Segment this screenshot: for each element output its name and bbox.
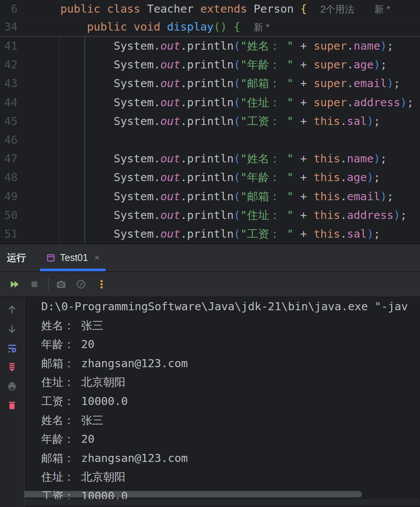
line-number: 44 bbox=[0, 93, 18, 112]
code-text: System.out.println("姓名： " + this.name); bbox=[60, 149, 387, 168]
tab-test01[interactable]: Test01 × bbox=[40, 244, 106, 271]
line-number: 41 bbox=[0, 37, 18, 55]
console-line: 住址： 北京朝阳 bbox=[41, 468, 420, 487]
gauge-icon bbox=[76, 279, 86, 289]
code-text: System.out.println("年龄： " + super.age); bbox=[60, 55, 387, 74]
stop-button[interactable] bbox=[29, 279, 40, 290]
tab-close-icon[interactable]: × bbox=[94, 252, 100, 263]
code-line: 50 System.out.println("住址： " + this.addr… bbox=[0, 206, 420, 225]
profiler-button[interactable] bbox=[76, 279, 86, 290]
print-button[interactable] bbox=[6, 381, 18, 392]
console-line: 姓名： 张三 bbox=[41, 411, 420, 430]
line-number: 51 bbox=[0, 225, 18, 243]
arrow-up-icon bbox=[6, 304, 18, 315]
sticky-lines-panel: 6public class Teacher extends Person { 2… bbox=[0, 0, 420, 37]
code-line: 51 System.out.println("工资： " + this.sal)… bbox=[0, 225, 420, 243]
bottom-edge bbox=[0, 499, 420, 505]
console-line: 姓名： 张三 bbox=[41, 316, 420, 335]
line-number: 49 bbox=[0, 187, 18, 206]
console-panel: D:\0-ProgrammingSoftware\Java\jdk-21\bin… bbox=[0, 297, 420, 507]
code-text: System.out.println("住址： " + this.address… bbox=[60, 206, 407, 225]
ide-window: 41 System.out.println("姓名： " + super.nam… bbox=[0, 0, 420, 507]
console-line: 年龄： 20 bbox=[41, 430, 420, 449]
soft-wrap-icon bbox=[6, 342, 18, 353]
line-number: 42 bbox=[0, 55, 18, 74]
code-text: public class Teacher extends Person { 2个… bbox=[60, 0, 390, 18]
rerun-button[interactable] bbox=[9, 279, 20, 290]
run-toolbar bbox=[0, 272, 420, 297]
code-line: 46 bbox=[0, 131, 420, 149]
console-toolbar bbox=[0, 297, 24, 507]
line-number: 50 bbox=[0, 206, 18, 225]
trash-icon bbox=[6, 400, 18, 411]
console-output[interactable]: D:\0-ProgrammingSoftware\Java\jdk-21\bin… bbox=[24, 297, 420, 507]
console-line: 年龄： 20 bbox=[41, 335, 420, 354]
line-number: 6 bbox=[0, 0, 18, 18]
line-number: 45 bbox=[0, 112, 18, 131]
code-text: System.out.println("年龄： " + this.age); bbox=[60, 168, 380, 187]
code-line: 44 System.out.println("住址： " + super.add… bbox=[0, 93, 420, 112]
tab-label: Test01 bbox=[60, 252, 88, 263]
code-lines: 41 System.out.println("姓名： " + super.nam… bbox=[0, 37, 420, 243]
code-text: System.out.println("工资： " + this.sal); bbox=[60, 112, 380, 131]
code-text: System.out.println("住址： " + super.addres… bbox=[60, 93, 414, 112]
run-toolwindow-title: 运行 bbox=[7, 251, 26, 264]
code-line: 45 System.out.println("工资： " + this.sal)… bbox=[0, 112, 420, 131]
code-line: 47 System.out.println("姓名： " + this.name… bbox=[0, 149, 420, 168]
stop-icon bbox=[29, 279, 39, 289]
code-line: 42 System.out.println("年龄： " + super.age… bbox=[0, 55, 420, 74]
console-line: 邮箱： zhangsan@123.com bbox=[41, 354, 420, 373]
run-toolwindow-header: 运行 Test01 × bbox=[0, 244, 420, 272]
code-text: System.out.println("姓名： " + super.name); bbox=[60, 37, 394, 55]
printer-icon bbox=[6, 381, 18, 392]
clear-all-button[interactable] bbox=[6, 400, 18, 411]
code-text: public void display() { 新 * bbox=[60, 18, 270, 36]
active-tab-indicator bbox=[40, 269, 106, 271]
code-line: 6public class Teacher extends Person { 2… bbox=[0, 0, 420, 18]
line-number: 48 bbox=[0, 168, 18, 187]
soft-wrap-button[interactable] bbox=[6, 342, 18, 353]
line-number: 46 bbox=[0, 131, 18, 149]
rerun-icon bbox=[10, 279, 19, 289]
snapshot-camera-button[interactable] bbox=[56, 279, 66, 290]
scroll-to-end-button[interactable] bbox=[6, 361, 18, 373]
more-options-button[interactable] bbox=[96, 279, 107, 290]
console-line: D:\0-ProgrammingSoftware\Java\jdk-21\bin… bbox=[41, 297, 420, 316]
line-number: 47 bbox=[0, 149, 18, 168]
down-stack-button[interactable] bbox=[6, 323, 18, 334]
line-number: 34 bbox=[0, 18, 18, 36]
kebab-menu-icon bbox=[97, 279, 107, 289]
code-line: 43 System.out.println("邮箱： " + super.ema… bbox=[0, 74, 420, 93]
camera-icon bbox=[56, 279, 66, 289]
toolbar-divider bbox=[48, 278, 49, 291]
code-text: System.out.println("邮箱： " + this.email); bbox=[60, 187, 394, 206]
up-stack-button[interactable] bbox=[6, 304, 18, 315]
console-line: 住址： 北京朝阳 bbox=[41, 373, 420, 392]
code-text: System.out.println("邮箱： " + super.email)… bbox=[60, 74, 400, 93]
code-line: 34 public void display() { 新 * bbox=[0, 18, 420, 36]
line-number: 43 bbox=[0, 74, 18, 93]
console-line: 工资： 10000.0 bbox=[41, 392, 420, 411]
arrow-down-icon bbox=[6, 323, 18, 334]
code-editor[interactable]: 41 System.out.println("姓名： " + super.nam… bbox=[0, 0, 420, 243]
code-line: 49 System.out.println("邮箱： " + this.emai… bbox=[0, 187, 420, 206]
scroll-down-icon bbox=[6, 361, 18, 373]
code-line: 41 System.out.println("姓名： " + super.nam… bbox=[0, 37, 420, 55]
code-line: 48 System.out.println("年龄： " + this.age)… bbox=[0, 168, 420, 187]
console-line: 邮箱： zhangsan@123.com bbox=[41, 449, 420, 468]
code-text: System.out.println("工资： " + this.sal); bbox=[60, 225, 380, 243]
console-tab-icon bbox=[46, 253, 56, 263]
